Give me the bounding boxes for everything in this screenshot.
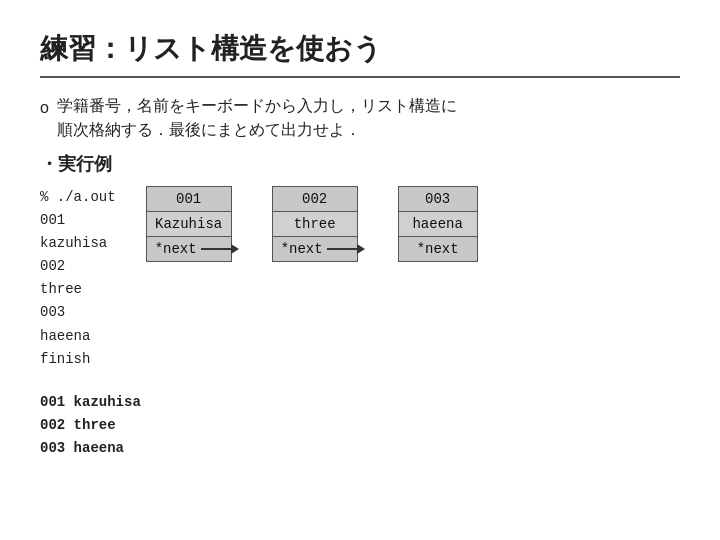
node-2: 002 three *next [272, 186, 358, 262]
example-layout: % ./a.out 001 kazuhisa 002 three 003 hae… [40, 182, 680, 371]
terminal-line-7: finish [40, 348, 116, 371]
node-2-id: 002 [272, 186, 358, 211]
node-1: 001 Kazuhisa *next [146, 186, 232, 262]
terminal-line-5: 003 [40, 301, 116, 324]
terminal-line-6: haeena [40, 325, 116, 348]
terminal-line-3: 002 [40, 255, 116, 278]
bullet-item: o 学籍番号，名前をキーボードから入力し，リスト構造に 順次格納する．最後にまと… [40, 94, 680, 142]
example-title: ・実行例 [40, 152, 680, 176]
terminal-line-1: 001 [40, 209, 116, 232]
node-1-next: *next [146, 236, 232, 262]
output-section: 001 kazuhisa 002 three 003 haeena [40, 391, 680, 460]
output-line-2: 003 haeena [40, 437, 680, 460]
title-divider [40, 76, 680, 78]
bullet-icon: o [40, 96, 49, 120]
node-3: 003 haeena *next [398, 186, 478, 262]
page-title: 練習：リスト構造を使おう [40, 30, 680, 68]
output-line-0: 001 kazuhisa [40, 391, 680, 414]
bullet-text-line2: 順次格納する．最後にまとめて出力せよ． [57, 118, 457, 142]
terminal-output: % ./a.out 001 kazuhisa 002 three 003 hae… [40, 186, 116, 371]
terminal-line-0: % ./a.out [40, 186, 116, 209]
node-3-next: *next [398, 236, 478, 262]
node-3-id: 003 [398, 186, 478, 211]
terminal-line-2: kazuhisa [40, 232, 116, 255]
node-2-name: three [272, 211, 358, 236]
terminal-line-4: three [40, 278, 116, 301]
node-3-name: haeena [398, 211, 478, 236]
node-2-next: *next [272, 236, 358, 262]
page: 練習：リスト構造を使おう o 学籍番号，名前をキーボードから入力し，リスト構造に… [0, 0, 720, 480]
output-line-1: 002 three [40, 414, 680, 437]
bullet-text-line1: 学籍番号，名前をキーボードから入力し，リスト構造に [57, 94, 457, 118]
node-1-id: 001 [146, 186, 232, 211]
example-section: ・実行例 % ./a.out 001 kazuhisa 002 three 00… [40, 152, 680, 460]
node-1-name: Kazuhisa [146, 211, 232, 236]
